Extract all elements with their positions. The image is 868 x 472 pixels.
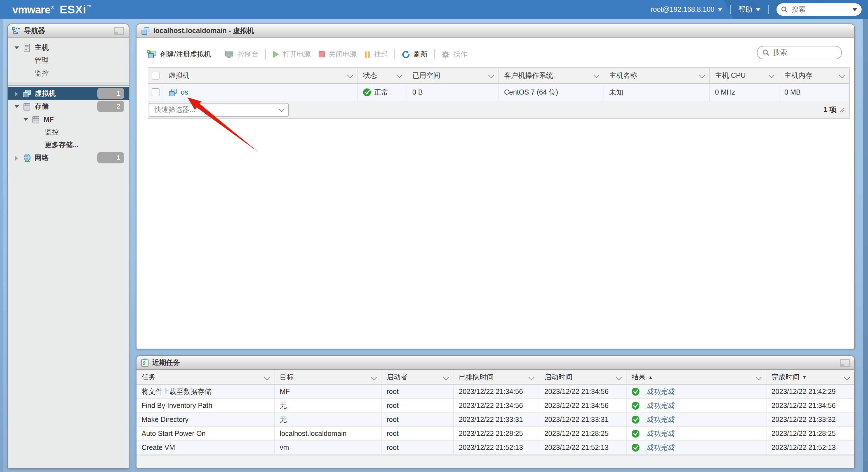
task-result-cell: 成功完成: [627, 441, 767, 454]
vm-search-input[interactable]: [772, 48, 836, 57]
column-menu-icon[interactable]: [396, 72, 403, 78]
vm-search-box[interactable]: [757, 46, 842, 59]
task-started-cell: 2023/12/22 21:34:56: [539, 385, 627, 399]
task-row[interactable]: Create VM vm root 2023/12/22 21:52:13 20…: [136, 441, 854, 455]
vm-icon: [141, 27, 150, 35]
create-register-vm-button[interactable]: 创建/注册虚拟机: [147, 50, 211, 59]
column-menu-icon[interactable]: [347, 72, 353, 78]
quick-filter-select[interactable]: 快速筛选器...: [149, 103, 289, 117]
logo-vmware: vmware: [12, 4, 50, 16]
column-menu-icon[interactable]: [264, 374, 270, 381]
column-menu-icon[interactable]: [371, 374, 377, 381]
caret-expanded-icon[interactable]: [14, 105, 19, 108]
column-menu-icon[interactable]: [616, 374, 622, 381]
toolbar-button-label: 控制台: [238, 50, 259, 59]
column-menu-icon[interactable]: [699, 72, 706, 78]
column-header-result[interactable]: 结果▲: [627, 370, 767, 384]
task-name-cell: Make Directory: [136, 413, 275, 426]
task-completed-cell: 2023/12/22 21:42:29: [767, 385, 854, 399]
console-button[interactable]: 控制台: [225, 50, 259, 59]
column-header-host-name[interactable]: 主机名称: [604, 68, 710, 83]
column-menu-icon[interactable]: [593, 72, 600, 78]
vm-list-content: 创建/注册虚拟机 控制台 打开电源: [136, 38, 854, 349]
caret-expanded-icon[interactable]: [14, 47, 19, 49]
sidebar-item-mf-monitor[interactable]: 监控: [8, 126, 129, 139]
help-menu[interactable]: 帮助: [739, 5, 760, 14]
vm-host-name-cell: 未知: [604, 84, 710, 101]
column-menu-icon[interactable]: [755, 374, 762, 381]
power-on-button[interactable]: 打开电源: [273, 50, 311, 59]
column-menu-icon[interactable]: [768, 72, 775, 78]
row-checkbox[interactable]: [152, 88, 159, 96]
caret-collapsed-icon[interactable]: [15, 156, 18, 160]
tasks-clipboard-icon: [141, 358, 149, 367]
column-header-started[interactable]: 启动时间: [539, 370, 627, 384]
task-result-text: 成功完成: [646, 401, 674, 410]
column-header-guest-os[interactable]: 客户机操作系统: [499, 68, 604, 83]
caret-collapsed-icon[interactable]: [15, 91, 18, 96]
vm-list-panel: localhost.localdomain - 虚拟机 创建/注册虚拟机: [136, 24, 855, 349]
user-menu[interactable]: root@192.168.8.100: [651, 6, 722, 13]
sidebar-item-host[interactable]: 主机: [8, 41, 129, 54]
task-target-cell: 无: [275, 399, 381, 412]
navigator-panel: 导航器 主机 管理 监控: [7, 24, 129, 469]
column-menu-icon[interactable]: [528, 374, 535, 381]
sidebar-item-host-manage[interactable]: 管理: [8, 54, 129, 67]
task-name-cell: 将文件上载至数据存储: [136, 385, 275, 399]
task-initiator-cell: root: [381, 399, 454, 412]
task-row[interactable]: Find By Inventory Path 无 root 2023/12/22…: [136, 399, 854, 413]
task-result-cell: 成功完成: [627, 413, 767, 426]
task-row[interactable]: 将文件上载至数据存储 MF root 2023/12/22 21:34:56 2…: [136, 385, 854, 399]
user-menu-label: root@192.168.8.100: [651, 6, 714, 13]
success-check-icon: [632, 430, 640, 438]
expand-panel-icon[interactable]: [840, 358, 850, 367]
esxi-window: vmware®ESXi™ root@192.168.8.100 帮助: [0, 0, 868, 472]
pin-panel-icon[interactable]: [114, 27, 124, 35]
column-menu-icon[interactable]: [839, 72, 845, 78]
vm-name-link[interactable]: os: [181, 88, 188, 96]
sort-ascending-icon: ▲: [648, 375, 653, 380]
column-header-used-space[interactable]: 已用空间: [407, 68, 499, 83]
column-header-target[interactable]: 目标: [275, 370, 381, 384]
host-icon: [22, 43, 31, 52]
task-result-cell: 成功完成: [627, 427, 767, 440]
vm-table-row[interactable]: os 正常 0 B CentOS 7 (64 位) 未知 0 MHz 0 MB: [148, 84, 849, 101]
caret-expanded-icon[interactable]: [24, 118, 28, 121]
select-all-checkbox[interactable]: [152, 71, 159, 80]
console-icon: [225, 50, 235, 58]
sidebar-item-host-monitor[interactable]: 监控: [8, 67, 129, 80]
task-row[interactable]: Auto Start Power On localhost.localdomai…: [136, 427, 854, 441]
column-header-completed[interactable]: 完成时间▼: [767, 370, 854, 384]
column-header-status[interactable]: 状态: [358, 68, 407, 83]
search-scope-dropdown-icon[interactable]: [852, 8, 857, 11]
column-header-host-cpu[interactable]: 主机 CPU: [710, 68, 779, 83]
column-menu-icon[interactable]: [443, 374, 449, 381]
toolbar-button-label: 关闭电源: [329, 50, 356, 59]
column-header-task[interactable]: 任务: [136, 370, 275, 384]
refresh-button[interactable]: 刷新: [402, 50, 428, 59]
search-icon: [763, 49, 769, 56]
column-header-queued[interactable]: 已排队时间: [454, 370, 539, 384]
column-menu-icon[interactable]: [844, 374, 850, 381]
task-result-text: 成功完成: [646, 387, 674, 396]
column-header-vm[interactable]: 虚拟机: [163, 68, 358, 83]
power-off-button[interactable]: 关闭电源: [319, 50, 356, 59]
sidebar-item-virtual-machines[interactable]: 虚拟机 1: [8, 87, 129, 100]
column-header-initiator[interactable]: 启动者: [381, 370, 454, 384]
help-menu-label: 帮助: [739, 5, 752, 14]
global-search-input[interactable]: [790, 5, 850, 14]
global-search-box[interactable]: [777, 3, 862, 16]
column-header-host-memory[interactable]: 主机内存: [779, 68, 849, 83]
logo-esxi: ESXi: [60, 3, 86, 16]
sidebar-item-datastore-mf[interactable]: MF: [8, 113, 129, 126]
sidebar-item-networking[interactable]: 网络 1: [8, 152, 129, 165]
sidebar-item-storage[interactable]: 存储 2: [8, 100, 129, 113]
actions-button[interactable]: 操作: [442, 50, 467, 59]
vm-name-cell: os: [163, 84, 358, 101]
resize-grip-icon[interactable]: [839, 107, 845, 113]
suspend-button[interactable]: 挂起: [365, 50, 388, 59]
task-row[interactable]: Make Directory 无 root 2023/12/22 21:33:3…: [136, 413, 854, 427]
task-started-cell: 2023/12/22 21:28:25: [539, 427, 627, 440]
sidebar-item-more-storage[interactable]: 更多存储...: [8, 139, 129, 152]
column-menu-icon[interactable]: [488, 72, 495, 78]
